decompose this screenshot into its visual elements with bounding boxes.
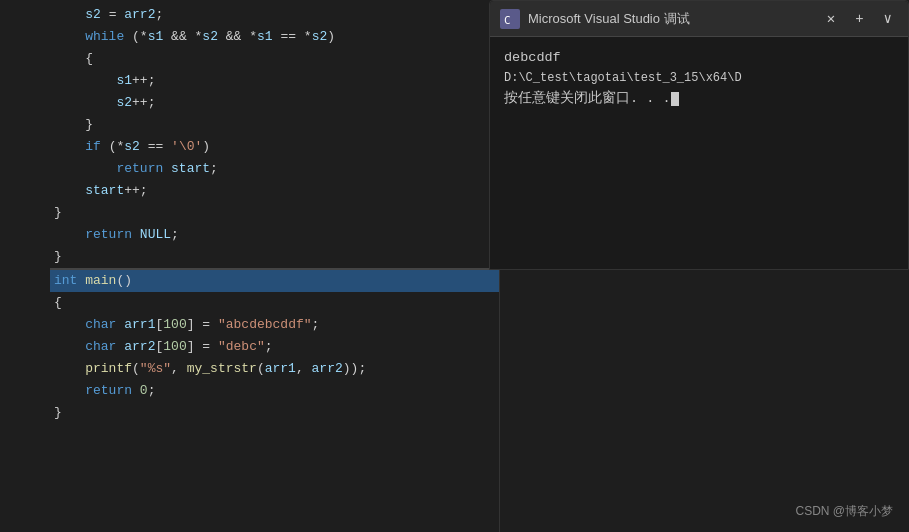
terminal-output-line-3: 按任意键关闭此窗口. . . bbox=[504, 88, 894, 110]
code-line: return start; bbox=[50, 158, 499, 180]
gutter-markers bbox=[36, 0, 50, 532]
line-num bbox=[0, 246, 28, 268]
terminal-controls: ✕ + ∨ bbox=[821, 8, 898, 29]
line-num bbox=[0, 180, 28, 202]
code-editor-panel: s2 = arr2; while (*s1 && *s2 && *s1 == *… bbox=[0, 0, 500, 532]
gutter-marker bbox=[36, 224, 50, 246]
code-line-main: int main() bbox=[50, 270, 499, 292]
code-line: char arr2[100] = "debc"; bbox=[50, 336, 499, 358]
terminal-body: debcddf D:\C_test\tagotai\test_3_15\x64\… bbox=[490, 37, 908, 269]
terminal-title: Microsoft Visual Studio 调试 bbox=[528, 10, 821, 28]
gutter-marker bbox=[36, 158, 50, 180]
code-line: { bbox=[50, 48, 499, 70]
terminal-header: C Microsoft Visual Studio 调试 ✕ + ∨ bbox=[490, 1, 908, 37]
code-line: } bbox=[50, 402, 499, 424]
line-num bbox=[0, 92, 28, 114]
code-line: } bbox=[50, 246, 499, 268]
code-content: s2 = arr2; while (*s1 && *s2 && *s1 == *… bbox=[0, 0, 499, 532]
code-line: } bbox=[50, 202, 499, 224]
line-num bbox=[0, 202, 28, 224]
code-line: { bbox=[50, 292, 499, 314]
code-line: printf("%s", my_strstr(arr1, arr2)); bbox=[50, 358, 499, 380]
watermark-text: CSDN @博客小梦 bbox=[795, 504, 893, 518]
gutter-marker bbox=[36, 4, 50, 26]
code-line: s1++; bbox=[50, 70, 499, 92]
terminal-cursor bbox=[671, 92, 679, 106]
terminal-prompt-text: 按任意键关闭此窗口. . . bbox=[504, 91, 671, 106]
svg-text:C: C bbox=[504, 14, 511, 27]
gutter-marker bbox=[36, 48, 50, 70]
line-num bbox=[0, 4, 28, 26]
gutter-marker bbox=[36, 114, 50, 136]
code-line: start++; bbox=[50, 180, 499, 202]
line-num bbox=[0, 136, 28, 158]
code-line: return 0; bbox=[50, 380, 499, 402]
code-line: s2 = arr2; bbox=[50, 4, 499, 26]
terminal-add-button[interactable]: + bbox=[849, 9, 869, 29]
code-lines: s2 = arr2; while (*s1 && *s2 && *s1 == *… bbox=[50, 0, 499, 532]
terminal-panel: C Microsoft Visual Studio 调试 ✕ + ∨ debcd… bbox=[489, 0, 909, 270]
terminal-chevron-button[interactable]: ∨ bbox=[878, 8, 898, 29]
gutter-marker bbox=[36, 26, 50, 48]
terminal-output-line-2: D:\C_test\tagotai\test_3_15\x64\D bbox=[504, 69, 894, 88]
line-num bbox=[0, 114, 28, 136]
code-line: while (*s1 && *s2 && *s1 == *s2) bbox=[50, 26, 499, 48]
code-line: return NULL; bbox=[50, 224, 499, 246]
gutter-marker bbox=[36, 180, 50, 202]
code-line: } bbox=[50, 114, 499, 136]
code-line: s2++; bbox=[50, 92, 499, 114]
line-num bbox=[0, 26, 28, 48]
terminal-close-button[interactable]: ✕ bbox=[821, 8, 841, 29]
terminal-output-line-1: debcddf bbox=[504, 47, 894, 69]
main-container: s2 = arr2; while (*s1 && *s2 && *s1 == *… bbox=[0, 0, 909, 532]
terminal-app-icon: C bbox=[500, 9, 520, 29]
gutter-marker bbox=[36, 92, 50, 114]
line-num bbox=[0, 70, 28, 92]
gutter-marker bbox=[36, 202, 50, 224]
gutter-marker bbox=[36, 136, 50, 158]
watermark: CSDN @博客小梦 bbox=[795, 503, 893, 520]
line-num bbox=[0, 158, 28, 180]
code-line: if (*s2 == '\0') bbox=[50, 136, 499, 158]
gutter-marker bbox=[36, 246, 50, 268]
line-num bbox=[0, 48, 28, 70]
line-num bbox=[0, 224, 28, 246]
gutter-marker bbox=[36, 70, 50, 92]
code-line: char arr1[100] = "abcdebcddf"; bbox=[50, 314, 499, 336]
line-numbers bbox=[0, 0, 36, 532]
